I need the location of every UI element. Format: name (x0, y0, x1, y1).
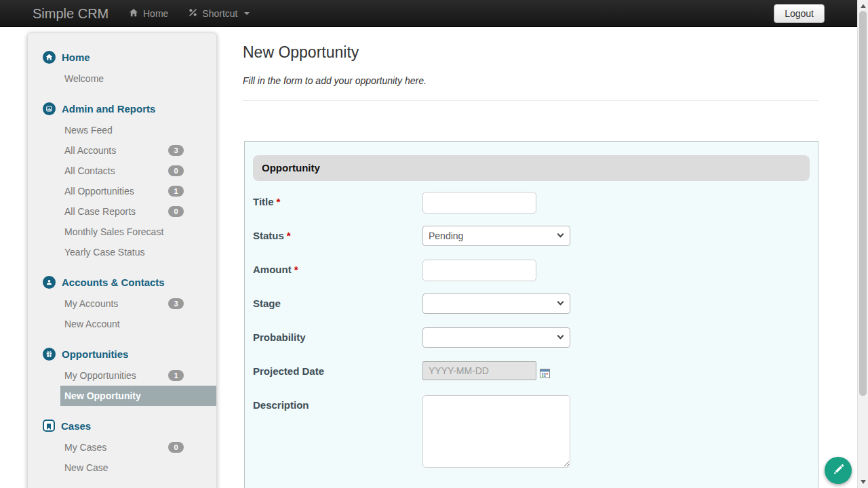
brand-title: Simple CRM (33, 0, 108, 27)
nav-shortcut-label: Shortcut (202, 8, 237, 19)
sidebar-item-my-cases[interactable]: My Cases 0 (28, 437, 216, 458)
calendar-icon (540, 370, 550, 380)
label-text: Amount (253, 264, 292, 275)
label-text: Probability (253, 331, 306, 343)
field-label: Amount* (253, 260, 422, 281)
form-row-probability: Probability (253, 327, 810, 349)
sidebar-section-accounts-contacts[interactable]: Accounts & Contacts (43, 273, 216, 291)
caret-down-icon (244, 12, 250, 15)
item-label: New Opportunity (64, 390, 141, 401)
sidebar-section-opportunities[interactable]: Opportunities (43, 345, 216, 363)
pencil-icon (832, 463, 845, 478)
stage-select[interactable] (422, 293, 570, 314)
sidebar-item-all-case-reports[interactable]: All Case Reports 0 (28, 201, 216, 222)
sidebar-item-all-opportunities[interactable]: All Opportunities 1 (28, 181, 216, 201)
field-label: Description (253, 395, 422, 468)
bar-chart-icon (43, 102, 56, 115)
amount-input[interactable] (422, 260, 536, 281)
form-row-projected-date: Projected Date (253, 361, 810, 383)
section-label: Cases (61, 420, 91, 432)
count-badge: 1 (168, 186, 184, 197)
scroll-up-arrow-icon[interactable] (861, 4, 866, 8)
sidebar-item-all-contacts[interactable]: All Contacts 0 (28, 161, 216, 181)
item-label: Yearly Case Status (64, 247, 145, 258)
item-label: All Accounts (64, 145, 116, 156)
edit-fab-button[interactable] (825, 457, 852, 484)
projected-date-input[interactable] (422, 361, 536, 380)
sidebar-item-yearly-case-status[interactable]: Yearly Case Status (28, 242, 216, 262)
item-label: New Case (64, 462, 108, 473)
app-screen: Simple CRM Home Shortcut Logout (0, 0, 868, 488)
section-label: Home (62, 52, 90, 63)
nav-shortcut-dropdown[interactable]: Shortcut (189, 0, 249, 27)
field-label: Projected Date (253, 361, 422, 383)
sidebar-item-all-accounts[interactable]: All Accounts 3 (28, 140, 216, 161)
form-row-amount: Amount* (253, 260, 810, 281)
sidebar-section-cases[interactable]: Cases (43, 417, 216, 434)
vertical-scrollbar[interactable] (857, 0, 868, 488)
count-badge: 0 (168, 442, 184, 453)
scroll-down-arrow-icon[interactable] (861, 480, 866, 484)
item-label: My Opportunities (64, 370, 136, 381)
sidebar-nav: Home Welcome Admin and Reports News Feed… (27, 33, 217, 488)
probability-select[interactable] (422, 327, 570, 348)
page-title: New Opportunity (243, 43, 359, 62)
person-icon (43, 276, 56, 289)
count-badge: 3 (168, 298, 184, 309)
title-input[interactable] (422, 192, 536, 214)
opportunity-form: Title* Status* Pending (253, 192, 810, 468)
sidebar-item-monthly-sales-forecast[interactable]: Monthly Sales Forecast (28, 222, 216, 242)
nav-home-link[interactable]: Home (129, 0, 168, 27)
field-label: Status* (253, 226, 422, 247)
count-badge: 3 (168, 145, 184, 156)
top-navbar: Simple CRM Home Shortcut Logout (0, 0, 857, 27)
count-badge: 0 (168, 206, 184, 217)
field-label: Title* (253, 192, 422, 214)
section-label: Admin and Reports (62, 103, 155, 115)
sidebar-section-admin-reports[interactable]: Admin and Reports (43, 100, 216, 117)
home-icon (43, 51, 56, 64)
section-label: Opportunities (62, 348, 128, 360)
divider (243, 100, 818, 101)
field-label: Probability (253, 327, 422, 349)
label-text: Projected Date (253, 365, 324, 377)
nav-home-label: Home (143, 8, 168, 19)
section-label: Accounts & Contacts (62, 277, 165, 288)
item-label: My Cases (64, 442, 106, 453)
required-asterisk: * (294, 264, 298, 275)
item-label: Welcome (64, 73, 104, 84)
scrollbar-thumb[interactable] (859, 11, 867, 396)
form-row-stage: Stage (253, 293, 810, 315)
required-asterisk: * (287, 230, 291, 241)
navbar-links: Home Shortcut (129, 0, 250, 27)
form-row-description: Description (253, 395, 810, 468)
opportunity-form-panel: Opportunity Title* Status* Pending (244, 141, 818, 488)
logout-button[interactable]: Logout (774, 4, 825, 23)
bookmark-glyph (47, 424, 51, 430)
count-badge: 0 (168, 165, 184, 176)
sidebar-item-new-account[interactable]: New Account (28, 314, 216, 334)
page-note: Fill in the form to add your opportunity… (243, 75, 427, 86)
count-badge: 1 (168, 370, 184, 381)
form-row-title: Title* (253, 192, 810, 214)
sidebar-item-news-feed[interactable]: News Feed (28, 120, 216, 140)
link-icon (189, 8, 197, 19)
calendar-picker-button[interactable] (539, 368, 550, 379)
sidebar-section-home[interactable]: Home (43, 48, 216, 66)
label-text: Title (253, 196, 274, 207)
label-text: Status (253, 230, 284, 241)
item-label: All Contacts (64, 165, 115, 176)
sidebar-item-welcome[interactable]: Welcome (28, 68, 216, 89)
bookmark-icon (43, 420, 55, 432)
sidebar-item-new-case[interactable]: New Case (28, 458, 216, 478)
sidebar-item-my-accounts[interactable]: My Accounts 3 (28, 293, 216, 314)
sidebar-item-new-opportunity[interactable]: New Opportunity (60, 386, 217, 406)
status-select[interactable]: Pending (422, 226, 570, 246)
item-label: New Account (64, 319, 120, 329)
item-label: News Feed (64, 125, 113, 136)
required-asterisk: * (277, 196, 281, 207)
sidebar-item-my-opportunities[interactable]: My Opportunities 1 (28, 365, 216, 386)
description-textarea[interactable] (422, 395, 570, 468)
label-text: Description (253, 399, 309, 411)
panel-header: Opportunity (253, 155, 810, 181)
